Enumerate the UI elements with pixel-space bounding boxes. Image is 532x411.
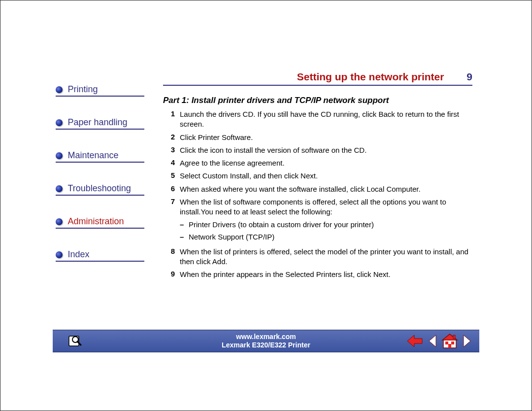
back-button[interactable] [406,334,423,348]
step-number: 3 [163,145,180,154]
page-number: 9 [466,71,472,83]
sublist-item: – Printer Drivers (to obtain a custom dr… [180,220,472,230]
sidebar-item-maintenance[interactable]: Maintenance [56,150,144,163]
footer-bar: www.lexmark.com Lexmark E320/E322 Printe… [53,330,479,352]
page-frame: Setting up the network printer 9 Printin… [0,0,532,411]
step-text: When asked where you want the software i… [180,184,472,194]
section-title-row: Setting up the network printer 9 [163,71,472,83]
dash-icon: – [180,220,189,230]
step-sublist: – Printer Drivers (to obtain a custom dr… [180,220,472,242]
step-number: 8 [163,247,180,255]
bullet-icon [56,152,63,159]
bullet-icon [56,119,63,126]
step-item: 5 Select Custom Install, and then click … [163,171,472,181]
back-arrow-icon [406,334,423,348]
step-text: When the list of software components is … [180,197,472,244]
step-number: 2 [163,133,180,141]
home-button[interactable] [441,333,459,349]
step-text: Launch the drivers CD. If you still have… [180,109,472,130]
step-number: 7 [163,197,180,206]
next-page-button[interactable] [463,334,472,348]
step-number: 9 [163,270,180,278]
sidebar-underline [56,228,144,229]
svg-marker-3 [407,335,422,347]
step-text-inner: When the list of software components is … [180,198,446,216]
sidebar-item-label: Paper handling [67,117,127,127]
sidebar-underline [56,162,144,163]
step-item: 3 Click the icon to install the version … [163,145,472,155]
footer-center: www.lexmark.com Lexmark E320/E322 Printe… [222,333,310,349]
step-item: 1 Launch the drivers CD. If you still ha… [163,109,472,130]
svg-rect-7 [453,335,455,339]
step-text: Agree to the license agreement. [180,158,472,168]
step-number: 4 [163,158,180,167]
footer-model-text: Lexmark E320/E322 Printer [222,341,310,349]
svg-marker-11 [464,335,470,347]
svg-rect-9 [451,342,454,344]
svg-marker-4 [429,335,436,347]
step-number: 5 [163,171,180,179]
step-item: 6 When asked where you want the software… [163,184,472,194]
sidebar-item-label: Printing [67,84,98,94]
search-icon [67,334,84,348]
step-item: 8 When the list of printers is offered, … [163,247,472,267]
step-number: 6 [163,184,180,193]
part-heading: Part 1: Install printer drivers and TCP/… [163,96,472,105]
step-item: 2 Click Printer Software. [163,133,472,142]
step-text: Select Custom Install, and then click Ne… [180,171,472,181]
home-icon [441,333,459,349]
sidebar-item-printing[interactable]: Printing [56,84,144,97]
bullet-icon [56,185,63,192]
dash-icon: – [180,232,189,242]
sidebar-item-label: Index [67,249,89,259]
step-text: When the list of printers is offered, se… [180,247,472,267]
sidebar-item-paper-handling[interactable]: Paper handling [56,117,144,130]
sidebar-item-index[interactable]: Index [56,249,144,262]
sidebar-item-troubleshooting[interactable]: Troubleshooting [56,183,144,196]
step-text: When the printer appears in the Selected… [180,270,472,279]
sidebar-underline [56,129,144,130]
search-button[interactable] [67,334,84,348]
sidebar-underline [56,96,144,97]
bullet-icon [56,251,63,258]
step-item: 9 When the printer appears in the Select… [163,270,472,279]
svg-rect-8 [445,342,448,344]
svg-rect-10 [448,344,451,348]
sidebar-item-label: Maintenance [67,150,118,160]
step-text: Click the icon to install the version of… [180,145,472,155]
content-area: Part 1: Install printer drivers and TCP/… [163,96,472,283]
sublist-text: Network Support (TCP/IP) [189,232,472,242]
prev-page-button[interactable] [427,334,437,348]
step-text: Click Printer Software. [180,133,472,142]
bullet-icon [56,86,63,93]
header-rule [163,85,472,86]
sidebar-item-label: Administration [67,216,124,226]
prev-page-icon [427,334,437,348]
step-number: 1 [163,109,180,118]
steps-list: 1 Launch the drivers CD. If you still ha… [163,109,472,280]
bullet-icon [56,218,63,225]
sidebar-item-administration[interactable]: Administration [56,216,144,229]
footer-nav-icons [406,333,472,349]
sidebar-nav: Printing Paper handling Maintenance Trou… [56,84,144,282]
page-header: Setting up the network printer 9 [163,71,472,86]
footer-url-link[interactable]: www.lexmark.com [222,333,310,341]
section-title: Setting up the network printer [297,71,444,82]
step-item: 7 When the list of software components i… [163,197,472,244]
sublist-text: Printer Drivers (to obtain a custom driv… [189,220,472,230]
next-page-icon [463,334,472,348]
sublist-item: – Network Support (TCP/IP) [180,232,472,242]
step-item: 4 Agree to the license agreement. [163,158,472,168]
sidebar-underline [56,261,144,262]
sidebar-underline [56,195,144,196]
sidebar-item-label: Troubleshooting [67,183,131,193]
